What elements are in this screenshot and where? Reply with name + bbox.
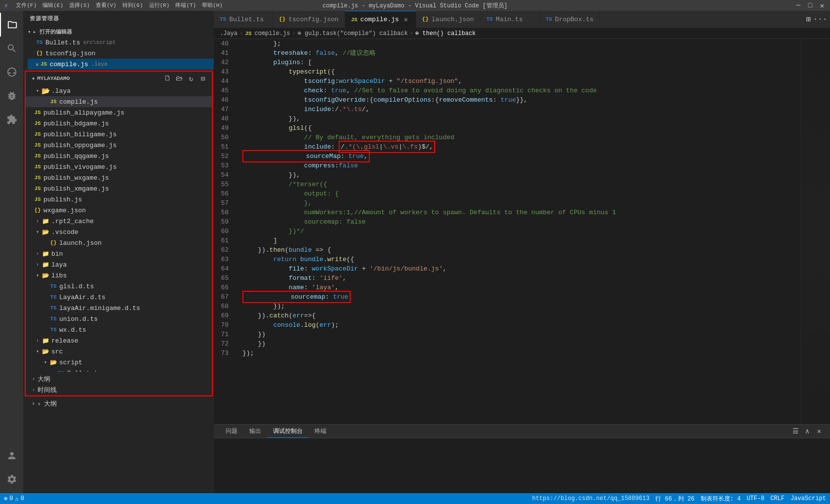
- breadcrumb-compilejs[interactable]: compile.js: [254, 30, 290, 37]
- status-lineending[interactable]: CRLF: [770, 495, 785, 502]
- status-encoding[interactable]: UTF-8: [747, 495, 764, 502]
- ts-icon: TS: [49, 327, 57, 333]
- file-name: Bullet.ts: [45, 39, 80, 46]
- highlight-box-51: /.*(\.glsl|\.vs|\.fs)$/,: [339, 141, 435, 153]
- menu-edit[interactable]: 编辑(E): [42, 1, 63, 10]
- opened-editors-header[interactable]: ▾ ▸ 打开的编辑器: [24, 26, 214, 37]
- file-tree: ▾ 📂 .laya JS compile.js JS publish_alipa…: [26, 85, 212, 372]
- list-item[interactable]: JS publish_oppogame.js: [26, 140, 212, 151]
- status-url[interactable]: https://blog.csdn.net/qq_15889613: [532, 495, 650, 502]
- new-folder-button[interactable]: 🗁: [174, 74, 184, 83]
- activity-extensions[interactable]: [0, 108, 24, 131]
- explorer-title-group[interactable]: ▾ MYLAYADAMO: [32, 75, 70, 82]
- list-item[interactable]: TS union.d.ts: [26, 313, 212, 324]
- breadcrumb-jaya[interactable]: .Jaya: [220, 30, 237, 37]
- list-item[interactable]: JS publish_vivogame.js: [26, 161, 212, 172]
- list-item[interactable]: TS layaAir.minigame.d.ts: [26, 303, 212, 313]
- tab-launchjson[interactable]: {} launch.json: [416, 11, 480, 28]
- tab-dropboxts[interactable]: TS DropBox.ts: [540, 11, 600, 28]
- nav-bottom-link: 大纲: [41, 399, 57, 408]
- refresh-button[interactable]: ↻: [186, 74, 196, 83]
- split-editor-button[interactable]: ⊞: [802, 13, 814, 25]
- activity-accounts[interactable]: [0, 444, 24, 467]
- list-item[interactable]: JS publish_biligame.js: [26, 129, 212, 140]
- activity-explorer[interactable]: [0, 13, 24, 37]
- list-item[interactable]: › › 大纲: [28, 398, 214, 409]
- terminal-close-button[interactable]: ✕: [814, 426, 824, 436]
- list-item[interactable]: JS publish_xmgame.js: [26, 183, 212, 194]
- chevron-right-icon: ›: [30, 377, 38, 382]
- breadcrumb-then[interactable]: ⊕ then() callback: [415, 30, 475, 37]
- json-icon: {}: [422, 16, 429, 22]
- terminal-content[interactable]: [214, 438, 830, 493]
- opened-editor-item-active[interactable]: ✕ JS compile.js .laya: [28, 59, 214, 70]
- status-line[interactable]: 行 66，列 26: [655, 495, 694, 503]
- list-item[interactable]: › 时间线: [26, 385, 212, 395]
- tab-tsconfig[interactable]: {} tsconfig.json: [273, 11, 345, 28]
- activity-debug[interactable]: [0, 84, 24, 108]
- status-language[interactable]: JavaScript: [790, 495, 826, 502]
- tab-compilejs[interactable]: JS compile.js ✕: [345, 11, 416, 28]
- status-spaces[interactable]: 制表符长度: 4: [701, 495, 741, 503]
- breadcrumb-gulptask[interactable]: ⊕ gulp.task("compile") callback: [298, 30, 408, 37]
- app-icon: ⚡: [4, 1, 8, 10]
- menu-file[interactable]: 文件(F): [16, 1, 37, 10]
- chevron-right-icon: ›: [34, 338, 41, 344]
- menu-goto[interactable]: 转到(G): [122, 1, 143, 10]
- status-errors[interactable]: ⊗ 0 ⚠ 0: [4, 495, 24, 503]
- js-icon: ✕: [36, 61, 39, 68]
- list-item[interactable]: TS LayaAir.d.ts: [26, 292, 212, 303]
- menu-run[interactable]: 运行(R): [149, 1, 170, 10]
- list-item[interactable]: JS publish.js: [26, 194, 212, 205]
- menu-view[interactable]: 查看(V): [96, 1, 117, 10]
- close-button[interactable]: ✕: [818, 1, 826, 10]
- list-item[interactable]: ▾ 📂 .vscode: [26, 227, 212, 237]
- menu-select[interactable]: 选择(S): [69, 1, 90, 10]
- json-icon: {}: [34, 207, 41, 213]
- list-item[interactable]: ▾ 📂 script: [26, 357, 212, 368]
- list-item[interactable]: {} wxgame.json: [26, 205, 212, 216]
- list-item[interactable]: › 大纲: [26, 374, 212, 385]
- list-item[interactable]: ▾ 📂 libs: [26, 270, 212, 281]
- tree-folder-laya[interactable]: ▾ 📂 .laya: [26, 85, 212, 96]
- terminal-tab-terminal[interactable]: 终端: [309, 425, 332, 437]
- code-content-area[interactable]: }; treeshake: false, //建议忽略 plugins: [ t…: [238, 39, 800, 424]
- activity-search[interactable]: [0, 37, 24, 60]
- opened-editor-item[interactable]: TS Bullet.ts src\script: [28, 37, 214, 48]
- breadcrumb-sep: ›: [292, 30, 295, 37]
- file-path: .laya: [91, 61, 108, 67]
- terminal-tab-output[interactable]: 输出: [243, 425, 267, 437]
- new-file-button[interactable]: 🗋: [162, 74, 172, 83]
- list-item[interactable]: TS wx.d.ts: [26, 324, 212, 335]
- list-item[interactable]: › 📁 .rpt2_cache: [26, 216, 212, 227]
- terminal-align-button[interactable]: ☰: [790, 426, 800, 436]
- maximize-button[interactable]: □: [806, 1, 814, 10]
- list-item[interactable]: › 📁 laya: [26, 259, 212, 270]
- tree-file-compilejs[interactable]: JS compile.js: [26, 96, 212, 107]
- list-item[interactable]: {} launch.json: [26, 237, 212, 248]
- list-item[interactable]: JS publish_qqgame.js: [26, 151, 212, 161]
- list-item[interactable]: JS publish_wxgame.js: [26, 172, 212, 183]
- terminal-tab-problems[interactable]: 问题: [220, 425, 243, 437]
- menu-help[interactable]: 帮助(H): [202, 1, 223, 10]
- list-item[interactable]: TS Bullet.ts: [26, 368, 212, 372]
- list-item[interactable]: › 📁 release: [26, 335, 212, 346]
- activity-scm[interactable]: [0, 60, 24, 84]
- tab-maints[interactable]: TS Main.ts: [480, 11, 540, 28]
- list-item[interactable]: TS glsl.d.ts: [26, 281, 212, 292]
- opened-editor-item[interactable]: {} tsconfig.json: [28, 48, 214, 59]
- terminal-collapse-button[interactable]: ∧: [802, 426, 812, 436]
- tab-bulletjs[interactable]: TS Bullet.ts: [214, 11, 273, 28]
- list-item[interactable]: › 📁 bin: [26, 248, 212, 259]
- minimize-button[interactable]: ─: [794, 1, 802, 10]
- terminal-tab-debug[interactable]: 调试控制台: [267, 425, 309, 438]
- list-item[interactable]: JS publish_bdgame.js: [26, 118, 212, 129]
- collapse-button[interactable]: ⊟: [198, 74, 208, 83]
- menu-terminal[interactable]: 终端(T): [175, 1, 196, 10]
- more-actions-button[interactable]: ···: [814, 13, 826, 25]
- activity-settings[interactable]: [0, 467, 24, 491]
- list-item[interactable]: ▾ 📂 src: [26, 346, 212, 357]
- list-item[interactable]: JS publish_alipaygame.js: [26, 107, 212, 118]
- code-line-46: tsconfigOverride:{compilerOptions:{remov…: [242, 95, 800, 105]
- tab-close-button[interactable]: ✕: [402, 16, 410, 24]
